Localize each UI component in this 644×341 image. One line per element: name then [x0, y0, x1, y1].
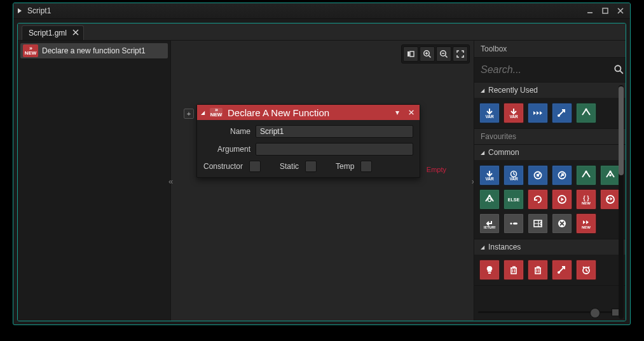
window-title: Script1: [27, 6, 51, 15]
titlebar: Script1: [13, 3, 630, 19]
section-title: Common: [488, 148, 519, 157]
window-minimize-button[interactable]: [584, 5, 596, 17]
chevron-down-icon: ◢: [481, 244, 484, 250]
toolbox-title: Toolbox: [474, 41, 626, 58]
section-title: Recently Used: [488, 86, 538, 95]
temp-label: Temp: [336, 162, 354, 171]
toolbox-scrollbar[interactable]: [618, 83, 624, 321]
add-node-button[interactable]: +: [184, 109, 194, 119]
tile-assign-variable-red[interactable]: [504, 103, 524, 123]
section-title: Instances: [488, 243, 521, 251]
tab-close-button[interactable]: [72, 29, 79, 38]
script-tree: »NEW Declare a new function Script1: [18, 41, 171, 321]
section-header-favourites[interactable]: Favourites: [474, 129, 626, 144]
tile-jump-to-point[interactable]: [552, 103, 572, 123]
canvas[interactable]: « » + ◢ »NEW Declare A New Function ▾: [171, 41, 474, 321]
tile-link-in[interactable]: [528, 165, 548, 185]
section-grid-common: [474, 160, 626, 239]
tile-branch-settings[interactable]: [479, 189, 500, 210]
tile-alarm[interactable]: [576, 260, 596, 280]
tile-new-function[interactable]: [576, 213, 596, 234]
tile-return[interactable]: [479, 213, 500, 234]
function-node-header[interactable]: ◢ »NEW Declare A New Function ▾: [197, 105, 420, 120]
tile-list[interactable]: [528, 213, 548, 234]
argument-label: Argument: [203, 145, 250, 154]
tile-new-block[interactable]: [576, 189, 596, 210]
node-close-icon[interactable]: [407, 108, 416, 117]
tile-run[interactable]: [552, 189, 572, 210]
section-header-instances[interactable]: ◢Instances: [474, 239, 626, 255]
window-maximize-button[interactable]: [599, 5, 611, 17]
toolbox: Toolbox ◢Recently UsedFavourites◢Common◢…: [474, 41, 626, 321]
new-function-icon: »NEW: [210, 108, 223, 117]
tile-branch[interactable]: [576, 103, 596, 123]
new-function-badge-icon: »NEW: [23, 44, 38, 57]
zoom-fit-button[interactable]: [403, 46, 418, 62]
tab-label: Script1.gml: [29, 29, 67, 37]
toolbox-zoom-slider[interactable]: [478, 311, 622, 319]
tile-comment[interactable]: [504, 213, 524, 234]
chevron-down-icon: ◢: [481, 150, 484, 156]
function-node[interactable]: ◢ »NEW Declare A New Function ▾ Name Arg…: [196, 104, 420, 178]
tile-branch[interactable]: [576, 165, 596, 185]
window-close-button[interactable]: [615, 5, 626, 17]
tile-timer-variable[interactable]: [504, 165, 524, 185]
argument-input[interactable]: [256, 143, 413, 156]
fullscreen-button[interactable]: [453, 46, 468, 62]
zoom-out-button[interactable]: [436, 46, 451, 62]
tile-delete[interactable]: [504, 260, 524, 280]
chevron-down-icon: ◢: [481, 88, 484, 93]
canvas-toolbar: [401, 44, 470, 64]
node-empty-label: Empty: [427, 166, 446, 173]
name-input[interactable]: [256, 125, 413, 138]
tile-play[interactable]: [528, 103, 548, 123]
window-menu-icon[interactable]: [17, 8, 24, 14]
zoom-in-button[interactable]: [420, 46, 435, 62]
tile-loop[interactable]: [528, 189, 548, 210]
tile-light[interactable]: [479, 260, 500, 280]
section-title: Favourites: [481, 132, 516, 141]
function-node-title: Declare A New Function: [228, 107, 329, 118]
tree-item-declare-function[interactable]: »NEW Declare a new function Script1: [20, 43, 168, 58]
window: Script1 Script1.gml »NEW: [13, 3, 631, 325]
tile-assign-variable[interactable]: [479, 165, 500, 185]
tab-script1[interactable]: Script1.gml: [22, 25, 84, 40]
tile-assign-variable[interactable]: [479, 103, 500, 123]
static-checkbox[interactable]: [305, 161, 317, 172]
tree-item-label: Declare a new function Script1: [42, 46, 146, 55]
section-grid-instances: [474, 255, 626, 285]
tile-else[interactable]: [504, 189, 524, 210]
temp-checkbox[interactable]: [360, 161, 372, 172]
search-icon[interactable]: [613, 64, 624, 76]
tabs-strip: Script1.gml: [18, 23, 626, 41]
tile-cancel[interactable]: [552, 213, 572, 234]
node-menu-icon[interactable]: ▾: [393, 108, 402, 117]
constructor-checkbox[interactable]: [249, 161, 261, 172]
section-grid-recently_used: [474, 98, 626, 128]
tile-link-out[interactable]: [552, 165, 572, 185]
constructor-label: Constructor: [203, 162, 243, 171]
tile-delete-all[interactable]: [528, 260, 548, 280]
canvas-handle-left[interactable]: «: [168, 177, 173, 186]
name-label: Name: [203, 127, 250, 136]
static-label: Static: [280, 162, 299, 171]
search-input[interactable]: [479, 62, 610, 78]
section-header-common[interactable]: ◢Common: [474, 145, 626, 160]
tile-connect[interactable]: [552, 260, 572, 280]
section-header-recently_used[interactable]: ◢Recently Used: [474, 83, 626, 98]
collapse-icon[interactable]: ◢: [201, 110, 205, 116]
